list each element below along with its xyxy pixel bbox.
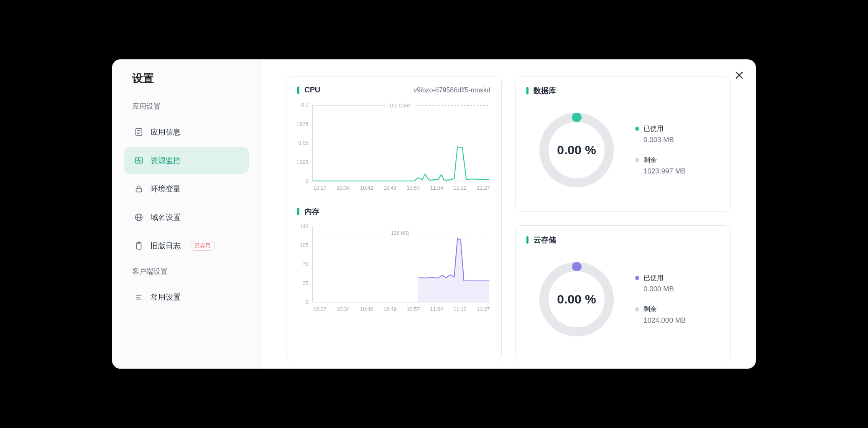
title-accent-bar [297, 208, 299, 215]
sidebar-item-label: 应用信息 [151, 127, 181, 137]
svg-text:0.1 Core: 0.1 Core [390, 103, 410, 109]
db-remain-label: 剩余 [643, 156, 657, 165]
close-button[interactable] [733, 69, 746, 83]
svg-text:10:42: 10:42 [360, 185, 373, 191]
svg-text:10:49: 10:49 [383, 185, 396, 191]
title-accent-bar [526, 236, 528, 244]
svg-text:10:27: 10:27 [314, 185, 327, 191]
database-card: 数据库 0.00 % 已使用 0.003 MB [515, 76, 731, 212]
storage-donut: 0.00 % [535, 257, 618, 341]
db-used-label: 已使用 [643, 125, 664, 133]
sidebar-item-env-vars[interactable]: 环境变量 [124, 176, 249, 202]
svg-text:10:34: 10:34 [337, 306, 350, 312]
svg-text:0.05: 0.05 [299, 140, 309, 146]
svg-text:10:57: 10:57 [407, 185, 420, 191]
svg-text:11:27: 11:27 [477, 306, 490, 312]
storage-remain-label: 剩余 [643, 305, 657, 314]
sidebar-item-label: 环境变量 [151, 184, 181, 194]
clipboard-icon [134, 241, 144, 251]
svg-rect-7 [136, 189, 142, 192]
db-remain-value: 1023.997 MB [635, 167, 686, 176]
storage-remain-value: 1024.000 MB [635, 316, 686, 325]
svg-text:105: 105 [300, 242, 309, 248]
svg-text:11:12: 11:12 [453, 306, 466, 312]
svg-text:0.025: 0.025 [297, 159, 309, 165]
svg-text:11:04: 11:04 [430, 185, 443, 191]
database-donut: 0.00 % [535, 108, 618, 192]
cpu-chart: 0.1 0.075 0.05 0.025 0 0.1 Core 10:27 10… [297, 99, 490, 199]
memory-title: 内存 [304, 206, 319, 217]
svg-text:140: 140 [300, 224, 309, 229]
svg-text:10:42: 10:42 [360, 306, 373, 312]
lock-icon [134, 184, 144, 194]
sliders-icon [134, 292, 144, 302]
dot-icon [635, 127, 639, 131]
cloud-storage-card: 云存储 0.00 % 已使用 0.000 MB [515, 225, 731, 361]
sidebar-item-label: 旧版日志 [151, 241, 181, 251]
storage-percent: 0.00 % [535, 257, 618, 341]
svg-text:10:57: 10:57 [407, 306, 420, 312]
dot-icon [635, 158, 639, 162]
deprecated-badge: 已弃用 [190, 241, 215, 251]
sidebar-item-label: 域名设置 [151, 212, 181, 222]
svg-text:0: 0 [306, 178, 309, 184]
storage-used-label: 已使用 [643, 274, 664, 283]
modal-title: 设置 [112, 71, 260, 96]
sidebar-item-app-info[interactable]: 应用信息 [124, 119, 249, 145]
svg-text:35: 35 [303, 280, 309, 286]
sidebar-item-common-settings[interactable]: 常用设置 [124, 284, 249, 311]
sidebar-section-client: 客户端设置 [112, 261, 260, 282]
svg-text:11:12: 11:12 [453, 185, 466, 191]
svg-text:11:04: 11:04 [430, 306, 443, 312]
database-percent: 0.00 % [535, 108, 618, 192]
sidebar-section-app: 应用设置 [112, 96, 260, 117]
storage-used-value: 0.000 MB [635, 285, 686, 293]
document-icon [134, 127, 144, 137]
activity-icon [134, 155, 144, 166]
sidebar-item-domain[interactable]: 域名设置 [124, 204, 249, 231]
sidebar-item-legacy-logs[interactable]: 旧版日志 已弃用 [124, 232, 249, 259]
svg-text:128 MB: 128 MB [391, 230, 409, 236]
sidebar-item-label: 常用设置 [151, 292, 181, 302]
title-accent-bar [526, 87, 528, 94]
sidebar-item-resource-monitor[interactable]: 资源监控 [124, 147, 249, 174]
title-accent-bar [297, 87, 299, 94]
sidebar: 设置 应用设置 应用信息 资源监控 环境变量 域名设置 [112, 59, 261, 369]
cpu-title: CPU [304, 86, 320, 94]
main-content: CPU v9ibzo-679586dff5-nmskd 0.1 0.075 0.… [261, 59, 756, 369]
svg-text:10:49: 10:49 [383, 306, 396, 312]
svg-text:0.1: 0.1 [301, 102, 309, 108]
svg-text:0.075: 0.075 [297, 121, 309, 127]
db-used-value: 0.003 MB [635, 136, 686, 144]
storage-title: 云存储 [534, 235, 556, 245]
svg-text:70: 70 [303, 261, 309, 267]
memory-chart: 140 105 70 35 0 128 MB 10:27 10:34 10:42… [297, 220, 490, 320]
globe-icon [134, 212, 144, 222]
close-icon [735, 71, 744, 82]
cpu-memory-card: CPU v9ibzo-679586dff5-nmskd 0.1 0.075 0.… [286, 76, 502, 361]
svg-text:10:34: 10:34 [337, 185, 350, 191]
dot-icon [635, 276, 639, 280]
svg-text:10:27: 10:27 [314, 306, 327, 312]
sidebar-item-label: 资源监控 [151, 155, 181, 166]
svg-text:11:27: 11:27 [477, 185, 490, 191]
dot-icon [635, 307, 639, 311]
settings-modal: 设置 应用设置 应用信息 资源监控 环境变量 域名设置 [112, 59, 756, 369]
database-title: 数据库 [534, 86, 556, 96]
pod-name: v9ibzo-679586dff5-nmskd [414, 87, 490, 94]
svg-text:0: 0 [306, 299, 309, 305]
